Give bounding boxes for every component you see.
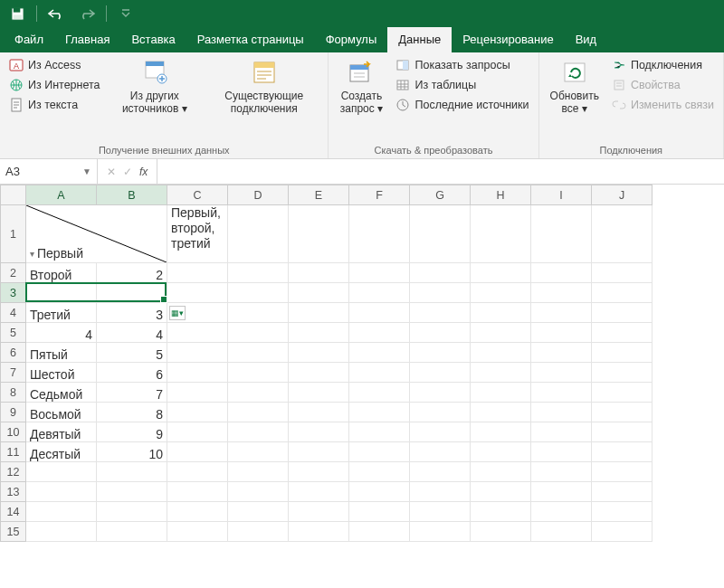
cell-G12[interactable] (410, 462, 471, 482)
cell-H8[interactable] (471, 383, 531, 403)
cell-D11[interactable] (228, 442, 289, 462)
name-box[interactable]: A3 ▼ (0, 159, 98, 184)
cell-D5[interactable] (228, 323, 289, 343)
tab-file[interactable]: Файл (4, 27, 54, 52)
tab-home[interactable]: Главная (54, 27, 120, 52)
column-header-A[interactable]: A (26, 185, 97, 205)
from-access-button[interactable]: A Из Access (5, 56, 104, 74)
cell-D14[interactable] (228, 502, 289, 522)
cell-F9[interactable] (349, 403, 410, 422)
cell-H7[interactable] (471, 363, 531, 383)
cell-J9[interactable] (592, 403, 653, 422)
from-web-button[interactable]: Из Интернета (5, 76, 104, 94)
cell-D12[interactable] (228, 462, 289, 482)
row-header-8[interactable]: 8 (1, 383, 26, 403)
cell-H3[interactable] (471, 283, 531, 303)
row-header-13[interactable]: 13 (1, 482, 26, 502)
cell-E15[interactable] (289, 522, 349, 542)
cell-E1[interactable] (289, 205, 349, 263)
cell-I10[interactable] (531, 422, 592, 442)
cell-J8[interactable] (592, 383, 653, 403)
cell-D13[interactable] (228, 482, 289, 502)
from-other-sources-button[interactable]: Из других источников ▾ (108, 56, 203, 143)
cell-D4[interactable] (228, 303, 289, 323)
cell-D9[interactable] (228, 403, 289, 422)
cell-F8[interactable] (349, 383, 410, 403)
cell-G5[interactable] (410, 323, 471, 343)
save-button[interactable] (5, 2, 29, 25)
cell-B14[interactable] (97, 502, 167, 522)
cell-G8[interactable] (410, 383, 471, 403)
cell-D3[interactable] (228, 283, 289, 303)
redo-button[interactable] (75, 2, 99, 25)
cell-B15[interactable] (97, 522, 167, 542)
formula-bar[interactable] (157, 159, 724, 184)
cell-E12[interactable] (289, 462, 349, 482)
cell-A2[interactable]: Второй (26, 263, 97, 283)
cell-B4[interactable]: 3 (97, 303, 167, 323)
cell-H4[interactable] (471, 303, 531, 323)
cell-A1[interactable]: ▾Первый (26, 205, 167, 263)
cell-B2[interactable]: 2 (97, 263, 167, 283)
cell-J13[interactable] (592, 482, 653, 502)
cell-G10[interactable] (410, 422, 471, 442)
row-header-11[interactable]: 11 (1, 442, 26, 462)
row-header-7[interactable]: 7 (1, 363, 26, 383)
cell-I13[interactable] (531, 482, 592, 502)
cell-G11[interactable] (410, 442, 471, 462)
row-header-1[interactable]: 1 (1, 205, 26, 263)
cell-J10[interactable] (592, 422, 653, 442)
cell-F15[interactable] (349, 522, 410, 542)
cell-I14[interactable] (531, 502, 592, 522)
new-query-button[interactable]: Создать запрос ▾ (334, 56, 388, 143)
cell-E13[interactable] (289, 482, 349, 502)
cell-A10[interactable]: Девятый (26, 422, 97, 442)
cell-B7[interactable]: 6 (97, 363, 167, 383)
cell-G9[interactable] (410, 403, 471, 422)
tab-view[interactable]: Вид (565, 27, 608, 52)
cell-F7[interactable] (349, 363, 410, 383)
cell-H6[interactable] (471, 343, 531, 363)
cell-E14[interactable] (289, 502, 349, 522)
cell-G3[interactable] (410, 283, 471, 303)
column-header-E[interactable]: E (289, 185, 349, 205)
cell-I2[interactable] (531, 263, 592, 283)
cell-A6[interactable]: Пятый (26, 343, 97, 363)
cell-C7[interactable] (167, 363, 228, 383)
cell-J11[interactable] (592, 442, 653, 462)
tab-page-layout[interactable]: Разметка страницы (186, 27, 315, 52)
cell-C12[interactable] (167, 462, 228, 482)
cell-B10[interactable]: 9 (97, 422, 167, 442)
cell-E11[interactable] (289, 442, 349, 462)
cell-I11[interactable] (531, 442, 592, 462)
cell-C10[interactable] (167, 422, 228, 442)
cell-F4[interactable] (349, 303, 410, 323)
cell-F11[interactable] (349, 442, 410, 462)
row-header-3[interactable]: 3 (1, 283, 26, 303)
undo-button[interactable] (44, 2, 68, 25)
cell-D6[interactable] (228, 343, 289, 363)
cell-H2[interactable] (471, 263, 531, 283)
cell-D7[interactable] (228, 363, 289, 383)
refresh-all-button[interactable]: Обновить все ▾ (545, 56, 605, 143)
fx-icon[interactable]: fx (139, 166, 148, 178)
cell-B9[interactable]: 8 (97, 403, 167, 422)
cell-G1[interactable] (410, 205, 471, 263)
name-box-dropdown-icon[interactable]: ▼ (82, 166, 91, 176)
cell-B6[interactable]: 5 (97, 343, 167, 363)
cell-F13[interactable] (349, 482, 410, 502)
cell-G2[interactable] (410, 263, 471, 283)
cell-F10[interactable] (349, 422, 410, 442)
cell-J4[interactable] (592, 303, 653, 323)
cell-A15[interactable] (26, 522, 97, 542)
cell-H10[interactable] (471, 422, 531, 442)
cell-I4[interactable] (531, 303, 592, 323)
cell-F12[interactable] (349, 462, 410, 482)
cell-D15[interactable] (228, 522, 289, 542)
cell-J7[interactable] (592, 363, 653, 383)
cell-E5[interactable] (289, 323, 349, 343)
from-text-button[interactable]: Из текста (5, 96, 104, 114)
cell-I15[interactable] (531, 522, 592, 542)
cell-C15[interactable] (167, 522, 228, 542)
cell-E7[interactable] (289, 363, 349, 383)
